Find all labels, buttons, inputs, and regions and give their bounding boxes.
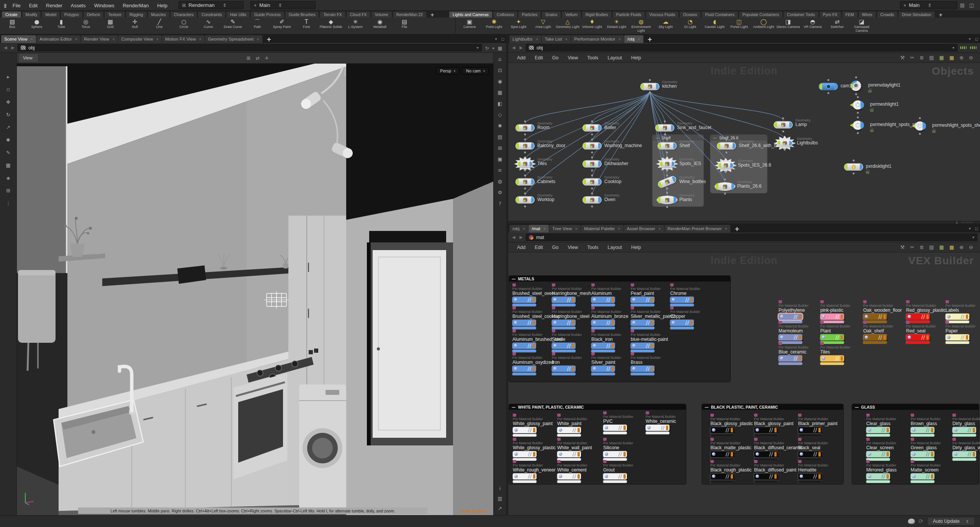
display-options-icon[interactable]: ⚙ [498, 190, 502, 195]
multi-snap-icon[interactable]: ⊞ [6, 188, 10, 193]
menu-file[interactable]: File [8, 2, 25, 10]
list-view-icon[interactable]: ≣ [917, 55, 926, 61]
menu-help[interactable]: Help [153, 2, 172, 10]
tab-composite-view[interactable]: Composite View× [118, 35, 162, 43]
material-node-blue-ceramic[interactable]: Pxr Material BuilderBlue_ceramic [779, 342, 809, 365]
render-flag[interactable] [598, 143, 601, 149]
volume-light-tool[interactable]: ♦Volume Light [580, 18, 604, 34]
grid-tool[interactable]: ▦Grid [98, 18, 123, 34]
collapse-box-icon[interactable]: — [512, 405, 516, 409]
render-flag[interactable] [598, 161, 601, 167]
shelf-tab-vellum[interactable]: Vellum [561, 11, 581, 18]
l-system-tool[interactable]: ✳L-System [343, 18, 368, 34]
material-node-aluminum-bronze[interactable]: Pxr Material BuilderAluminum_bronze [591, 306, 628, 329]
net-menu-add[interactable]: Add [513, 54, 530, 61]
render-flag[interactable] [531, 143, 534, 149]
render-flag[interactable] [673, 143, 676, 149]
material-node-steel[interactable]: Pxr Material BuilderSteel [552, 329, 582, 352]
material-node-black-seal[interactable]: Pxr Material BuilderBlack_seal [798, 438, 828, 461]
material-node-silver-paint[interactable]: Pxr Material BuilderSilver_paint [591, 352, 622, 375]
material-node-harringbone-steel[interactable]: Pxr Material BuilderHarringbone_steel [552, 306, 589, 329]
environment-light-tool[interactable]: ◍Environment Light [629, 18, 653, 34]
tab-render-view[interactable]: Render View× [81, 35, 118, 43]
display-flag[interactable] [718, 143, 720, 149]
material-node-blue-metallic-paint[interactable]: Pxr Material Builderblue-metallic-paint [631, 329, 668, 352]
display-flag[interactable] [777, 141, 780, 146]
material-node-hematite[interactable]: Pxr Material BuilderHematite [798, 460, 828, 483]
material-node-pvc[interactable]: Pxr Material BuilderPVC [603, 411, 633, 434]
link-panes-icon[interactable]: ⇄ [256, 56, 260, 61]
sphere-tool[interactable]: ●Sphere [25, 18, 49, 34]
close-tab-icon[interactable]: × [725, 227, 728, 231]
thumbnail-view-icon[interactable]: ▤ [927, 55, 936, 61]
display-flag[interactable] [516, 125, 519, 131]
shelf-tab-container-tools[interactable]: Container Tools [783, 11, 819, 18]
geometry-light-tool[interactable]: △Geometry Light [555, 18, 580, 34]
net-menu-edit[interactable]: Edit [530, 244, 547, 251]
render-flag[interactable] [531, 197, 534, 203]
display-flag[interactable] [518, 162, 520, 167]
shelf-tab-characters[interactable]: Characters [170, 11, 197, 18]
render-flag[interactable] [598, 125, 601, 131]
material-node-brushed-steel-oven[interactable]: Pxr Material BuilderBrushed_steel_oven [512, 283, 554, 306]
palette-view-icon[interactable]: ▩ [947, 244, 956, 250]
shelf-tab-deform[interactable]: Deform [83, 11, 104, 18]
close-tab-icon[interactable]: × [75, 38, 78, 41]
caustic-light-tool[interactable]: ◖Caustic Light [702, 18, 727, 34]
translate-tool-icon[interactable]: ✥ [6, 100, 10, 105]
wireframe-icon[interactable]: ◇ [498, 112, 502, 118]
tab-obj[interactable]: /obj× [509, 225, 528, 232]
render-flag[interactable] [860, 164, 862, 170]
shelf-tab-renderman-22[interactable]: RenderMan 22 [393, 11, 427, 18]
add-shelf-tab-button[interactable]: + [936, 12, 946, 18]
ambient-light-tool[interactable]: ◯Ambient Light [751, 18, 776, 34]
material-node-clear-screen[interactable]: Pxr Material BuilderClear_screen [866, 438, 897, 461]
render-flag[interactable] [730, 163, 733, 168]
net-menu-edit[interactable]: Edit [530, 54, 547, 61]
snapshot-icon[interactable]: ▣ [497, 157, 502, 162]
grid-view-icon[interactable]: ▦ [937, 244, 946, 250]
shelf-tab-drive-simulation[interactable]: Drive Simulation [898, 11, 935, 18]
area-light-tool[interactable]: ▽Area Light [531, 18, 555, 34]
menu-windows[interactable]: Windows [90, 2, 119, 10]
tab-performance-monitor[interactable]: Performance Monitor× [571, 35, 624, 43]
render-flag[interactable] [656, 84, 659, 90]
info-icon[interactable]: i [499, 486, 501, 491]
zoom-out-icon[interactable]: ⊖ [967, 55, 975, 61]
node-balcony-door[interactable] [516, 143, 534, 149]
display-flag[interactable] [660, 162, 663, 167]
shelf-tab-muscles[interactable]: Muscles [147, 11, 170, 18]
render-flag[interactable] [733, 143, 735, 149]
shelf-tab-pyro-fx[interactable]: Pyro FX [819, 11, 841, 18]
null-tool[interactable]: ✛Null [123, 18, 147, 34]
render-flag[interactable] [674, 196, 676, 203]
obj-path-field[interactable]: obj ▾ [526, 44, 957, 51]
distant-light-tool[interactable]: ☀Distant Light [604, 18, 629, 34]
new-tab-button[interactable]: + [644, 36, 656, 43]
net-menu-view[interactable]: View [563, 244, 582, 251]
tab-tree-view[interactable]: Tree View× [549, 225, 581, 232]
zoom-out-icon[interactable]: ⊖ [967, 244, 975, 250]
close-tab-icon[interactable]: × [658, 227, 661, 231]
display-flag[interactable] [516, 179, 519, 185]
shelf-tab-volume[interactable]: Volume [371, 11, 392, 18]
close-tab-icon[interactable]: × [523, 227, 525, 231]
material-node-white-ceramic[interactable]: Pxr Material BuilderWhite_ceramic [646, 411, 676, 434]
display-flag[interactable] [583, 197, 586, 203]
brain-cache-icon[interactable] [908, 519, 915, 524]
shelf-tab-cloud-fx[interactable]: Cloud FX [346, 11, 371, 18]
material-node-brown-glass[interactable]: Pxr Material BuilderBrown_glass [911, 414, 941, 437]
desktop-selector[interactable]: ⊞ Renderman ⇕ [178, 1, 244, 9]
circle-tool[interactable]: ○Circle [172, 18, 196, 34]
obj-back-icon[interactable]: ◀ [511, 45, 516, 50]
material-node-mirrored-glass[interactable]: Pxr Material BuilderMirrored_glass [866, 460, 897, 483]
material-node-labels[interactable]: Pxr Material BuilderLabels [946, 300, 976, 323]
persp-view-button[interactable]: Persp ▾ [436, 67, 459, 74]
close-tab-icon[interactable]: × [257, 38, 259, 41]
material-node-grout[interactable]: Pxr Material BuilderGrout [603, 460, 633, 483]
stereo-camera-tool[interactable]: ◨Stereo Camera [776, 18, 800, 34]
node-kitchen[interactable] [641, 83, 659, 90]
scene-path-field[interactable]: obj ▾ [18, 44, 482, 51]
layout-single-icon[interactable]: ⊞ [247, 56, 250, 61]
scale-tool-icon[interactable]: ↗ [6, 125, 10, 130]
